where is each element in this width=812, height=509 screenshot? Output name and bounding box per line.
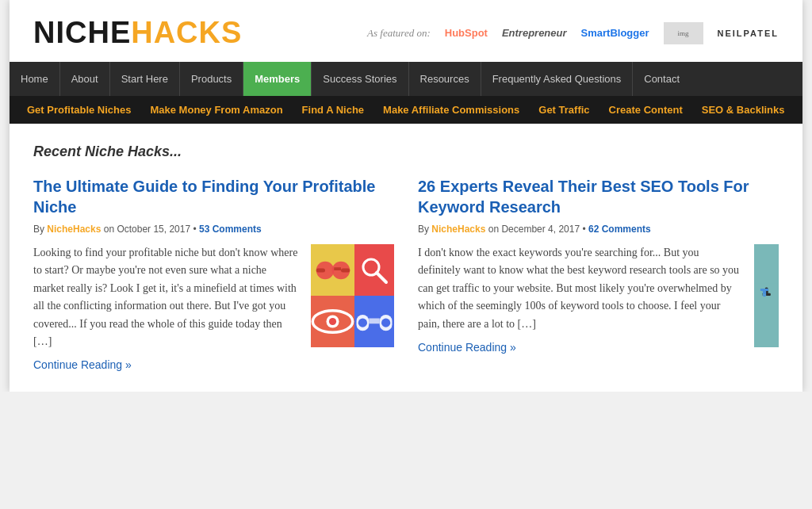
- nav-members[interactable]: Members: [243, 62, 312, 96]
- post-2-date: December 4, 2017: [501, 224, 580, 235]
- thumb-cell-3: [311, 296, 354, 347]
- nav-about[interactable]: About: [60, 62, 110, 96]
- entrepreneur-logo: Entrepreneur: [502, 27, 567, 39]
- svg-rect-4: [334, 267, 341, 270]
- post-1-body: Looking to find your profitable niche bu…: [33, 244, 394, 372]
- post-1-content: Looking to find your profitable niche bu…: [33, 244, 299, 372]
- post-2-body: I don't know the exact keywords you're s…: [418, 244, 779, 354]
- svg-rect-25: [762, 294, 763, 295]
- post-2-continue[interactable]: Continue Reading »: [418, 341, 516, 354]
- svg-rect-23: [764, 294, 765, 295]
- nav-home[interactable]: Home: [10, 62, 60, 96]
- subnav-make-money-amazon[interactable]: Make Money From Amazon: [140, 96, 292, 124]
- hubspot-logo: HubSpot: [445, 27, 488, 39]
- thumb-cell-4: [354, 296, 394, 347]
- post-2: 26 Experts Reveal Their Best SEO Tools F…: [418, 176, 779, 372]
- thumb-cell-2: [354, 244, 394, 296]
- post-1-continue[interactable]: Continue Reading »: [33, 358, 132, 371]
- subnav-find-niche[interactable]: Find A Niche: [293, 96, 373, 124]
- subnav-affiliate-commissions[interactable]: Make Affiliate Commissions: [373, 96, 529, 124]
- nav-faq[interactable]: Frequently Asked Questions: [481, 62, 634, 96]
- featured-label: As featured on:: [367, 27, 431, 40]
- subnav-profitable-niches[interactable]: Get Profitable Niches: [17, 96, 140, 124]
- sub-nav: Get Profitable Niches Make Money From Am…: [10, 96, 802, 124]
- post-2-content: I don't know the exact keywords you're s…: [418, 244, 742, 354]
- post-2-author[interactable]: NicheHacks: [431, 224, 485, 235]
- nav-products[interactable]: Products: [180, 62, 243, 96]
- post-1-author[interactable]: NicheHacks: [47, 224, 101, 235]
- nav-success-stories[interactable]: Success Stories: [312, 62, 408, 96]
- section-title: Recent Niche Hacks...: [33, 144, 779, 160]
- svg-rect-22: [760, 289, 768, 291]
- post-2-thumbnail: [754, 244, 779, 347]
- nav-start-here[interactable]: Start Here: [110, 62, 180, 96]
- svg-rect-2: [316, 268, 324, 272]
- posts-grid: The Ultimate Guide to Finding Your Profi…: [33, 176, 779, 372]
- logo[interactable]: NICHEHACKS: [33, 16, 242, 50]
- nav-resources[interactable]: Resources: [409, 62, 481, 96]
- svg-line-6: [377, 273, 386, 282]
- post-2-meta: By NicheHacks on December 4, 2017 • 62 C…: [418, 224, 779, 235]
- smartblogger-logo: SmartBlogger: [581, 27, 649, 39]
- post-1: The Ultimate Guide to Finding Your Profi…: [33, 176, 394, 372]
- main-nav: Home About Start Here Products Members S…: [10, 62, 802, 96]
- post-2-comments[interactable]: 62 Comments: [588, 224, 651, 235]
- post-2-excerpt: I don't know the exact keywords you're s…: [418, 244, 742, 333]
- post-1-excerpt: Looking to find your profitable niche bu…: [33, 244, 299, 350]
- header: NICHEHACKS As featured on: HubSpot Entre…: [10, 0, 802, 62]
- subnav-seo-backlinks[interactable]: SEO & Backlinks: [692, 96, 795, 124]
- neilpatel-logo: NEILPATEL: [718, 29, 779, 38]
- logo-hacks: HACKS: [131, 16, 242, 49]
- svg-point-14: [381, 318, 390, 327]
- svg-rect-12: [369, 318, 380, 323]
- post-1-title[interactable]: The Ultimate Guide to Finding Your Profi…: [33, 176, 394, 217]
- svg-rect-24: [763, 294, 764, 295]
- content-area: Recent Niche Hacks... The Ultimate Guide…: [10, 124, 802, 392]
- nav-contact[interactable]: Contact: [633, 62, 691, 96]
- post-1-thumbnail: [311, 244, 394, 347]
- svg-point-9: [329, 318, 336, 325]
- featured-img-placeholder: img: [664, 22, 703, 44]
- featured-bar: As featured on: HubSpot Entrepreneur Sma…: [367, 22, 779, 44]
- post-2-title[interactable]: 26 Experts Reveal Their Best SEO Tools F…: [418, 176, 779, 217]
- svg-point-13: [358, 318, 367, 327]
- svg-rect-3: [341, 268, 350, 272]
- logo-niche: NICHE: [33, 16, 131, 49]
- post-1-date: October 15, 2017: [117, 224, 190, 235]
- post-1-comments[interactable]: 53 Comments: [199, 224, 262, 235]
- thumb-cell-1: [311, 244, 354, 296]
- subnav-get-traffic[interactable]: Get Traffic: [529, 96, 599, 124]
- subnav-create-content[interactable]: Create Content: [599, 96, 692, 124]
- post-1-meta: By NicheHacks on October 15, 2017 • 53 C…: [33, 224, 394, 235]
